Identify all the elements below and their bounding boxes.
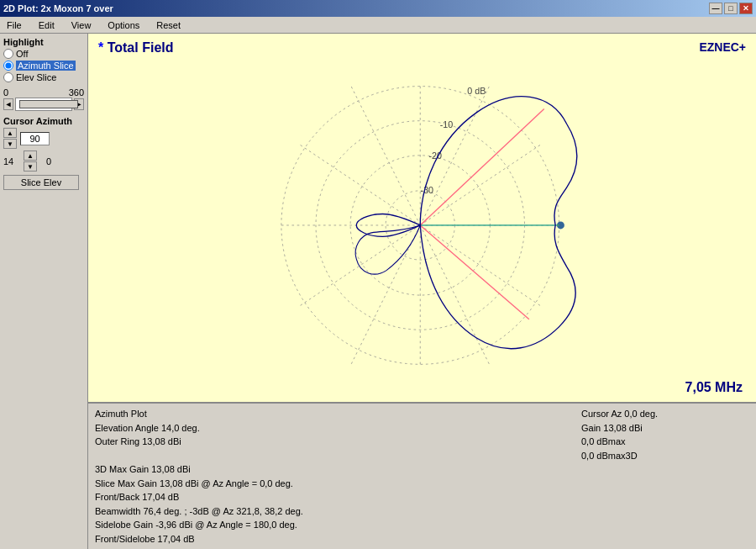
status-row-1: Azimuth Plot (95, 407, 581, 421)
status-row-8: Beamwidth 76,4 deg. ; -3dB @ Az 321,8, 3… (95, 504, 581, 519)
slider-section: 0 360 ◄ ► (3, 87, 84, 111)
plot-svg: 0 dB -10 -20 -30 (88, 34, 756, 402)
slider-row: ◄ ► (3, 98, 84, 111)
slider-range: 0 360 (3, 87, 84, 98)
cursor-label: Cursor Azimuth (3, 116, 84, 126)
plot-area: * Total Field EZNEC+ 7,05 MHz (88, 34, 756, 549)
menu-edit[interactable]: Edit (34, 18, 60, 32)
cursor2-up-btn[interactable]: ▲ (24, 150, 37, 161)
status-row-5: 3D Max Gain 13,08 dBi (95, 462, 581, 477)
plot-frequency: 7,05 MHz (685, 380, 743, 395)
db-label-30: -30 (421, 185, 434, 195)
cursor-up-btn[interactable]: ▲ (3, 128, 17, 138)
plot-title: * Total Field (98, 40, 174, 55)
slider-thumb (19, 100, 78, 108)
menu-bar: File Edit View Options Reset (0, 17, 756, 34)
status-row-6: Slice Max Gain 13,08 dBi @ Az Angle = 0,… (95, 477, 581, 491)
status-right-row1: Cursor Az 0,0 deg. (581, 407, 749, 421)
status-row-9: Sidelobe Gain -3,96 dBi @ Az Angle = 180… (95, 518, 581, 532)
status-row-3: Outer Ring 13,08 dBi (95, 435, 581, 449)
plot-canvas: * Total Field EZNEC+ 7,05 MHz (88, 34, 756, 402)
slider-track[interactable] (15, 98, 72, 111)
title-bar: 2D Plot: 2x Moxon 7 over — □ ✕ (0, 0, 756, 17)
radio-off[interactable] (3, 49, 13, 59)
cursor-right-val: 0 (40, 156, 57, 166)
close-button[interactable]: ✕ (739, 3, 753, 14)
status-right-row4: 0,0 dBmax3D (581, 449, 749, 463)
svg-rect-0 (123, 34, 721, 402)
db-label-10: -10 (440, 119, 454, 129)
radio-azimuth-row: Azimuth Slice (3, 61, 84, 71)
status-bar: Azimuth Plot Elevation Angle 14,0 deg. O… (88, 402, 756, 549)
status-left: Azimuth Plot Elevation Angle 14,0 deg. O… (95, 407, 581, 546)
status-row-2: Elevation Angle 14,0 deg. (95, 421, 581, 436)
title-bar-buttons: — □ ✕ (709, 3, 753, 14)
cursor2-down-btn[interactable]: ▼ (24, 161, 37, 172)
plot-title-text: Total Field (103, 40, 173, 55)
cursor-value: 90 (20, 132, 50, 145)
menu-view[interactable]: View (66, 18, 97, 32)
radio-azimuth-label: Azimuth Slice (16, 61, 76, 71)
slice-elev-button[interactable]: Slice Elev (3, 175, 79, 190)
maximize-button[interactable]: □ (724, 3, 738, 14)
radio-elev-label: Elev Slice (16, 72, 56, 82)
main-content: Highlight Off Azimuth Slice Elev Slice 0… (0, 34, 756, 549)
radio-elev-row: Elev Slice (3, 72, 84, 82)
cursor-controls: ▲ ▼ 90 (3, 128, 84, 149)
menu-options[interactable]: Options (102, 18, 144, 32)
left-panel: Highlight Off Azimuth Slice Elev Slice 0… (0, 34, 88, 549)
radio-off-label: Off (16, 49, 28, 59)
menu-file[interactable]: File (2, 18, 27, 32)
status-row-4 (95, 449, 581, 463)
highlight-label: Highlight (3, 37, 84, 47)
db-label-0: 0 dB (467, 86, 486, 96)
menu-reset[interactable]: Reset (151, 18, 186, 32)
plot-brand: EZNEC+ (699, 40, 746, 54)
cursor-left-val: 14 (3, 156, 20, 166)
status-row-10: Front/Sidelobe 17,04 dB (95, 532, 581, 546)
slider-min: 0 (3, 87, 8, 98)
status-right-row3: 0,0 dBmax (581, 435, 749, 449)
status-row-7: Front/Back 17,04 dB (95, 490, 581, 504)
status-right-row2: Gain 13,08 dBi (581, 421, 749, 436)
slider-left-btn[interactable]: ◄ (3, 98, 13, 110)
radio-azimuth[interactable] (3, 61, 13, 71)
slider-max: 360 (69, 87, 84, 98)
minimize-button[interactable]: — (709, 3, 722, 14)
radio-elev[interactable] (3, 72, 13, 82)
window-title: 2D Plot: 2x Moxon 7 over (3, 3, 113, 13)
radio-off-row: Off (3, 49, 84, 59)
cursor-secondary-row: 14 ▲ ▼ 0 (3, 150, 84, 172)
status-right: Cursor Az 0,0 deg. Gain 13,08 dBi 0,0 dB… (581, 407, 749, 546)
cursor-down-btn[interactable]: ▼ (3, 139, 17, 149)
